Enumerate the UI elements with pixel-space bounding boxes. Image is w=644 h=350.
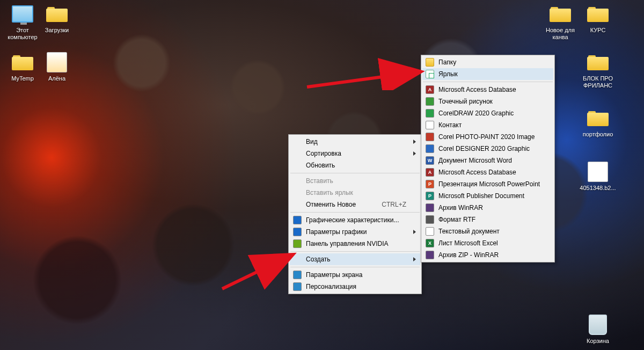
svg-line-1 xyxy=(222,256,291,289)
icon-label: БЛОК ПРО ФРИЛАНС xyxy=(579,75,617,89)
desktop-icon-downloads[interactable]: Загрузки xyxy=(38,3,76,34)
ctx-label: Сортировка xyxy=(306,150,341,157)
desktop-icon-this-pc[interactable]: Этот компьютер xyxy=(3,3,42,41)
sub-item-photopaint[interactable]: Corel PHOTO-PAINT 2020 Image xyxy=(422,131,553,143)
sub-item-access2[interactable]: AMicrosoft Access Database xyxy=(422,166,553,178)
powerpoint-icon: P xyxy=(426,180,434,188)
ctx-item-graphics-params[interactable]: Параметры графики xyxy=(290,226,420,238)
arrow-annotation-shortcut xyxy=(305,52,426,90)
separator xyxy=(290,212,420,213)
ctx-item-graphics-props[interactable]: Графические характеристики... xyxy=(290,214,420,226)
ctx-item-personalize[interactable]: Персонализация xyxy=(290,281,420,293)
sub-item-designer[interactable]: Corel DESIGNER 2020 Graphic xyxy=(422,143,553,155)
icon-label: портфолио xyxy=(579,131,617,138)
folder-icon xyxy=(12,54,33,70)
svg-line-0 xyxy=(307,72,419,87)
sub-item-word[interactable]: WДокумент Microsoft Word xyxy=(422,155,553,166)
chevron-right-icon xyxy=(413,151,416,156)
desktop-icon-kurs[interactable]: КУРС xyxy=(579,3,617,34)
ctx-label: Параметры экрана xyxy=(306,271,362,279)
sub-item-bitmap[interactable]: Точечный рисунок xyxy=(422,96,553,107)
desktop-icon-alena[interactable]: Алёна xyxy=(38,52,76,82)
ctx-label: Вставить ярлык xyxy=(306,189,353,196)
shortcut-icon xyxy=(426,70,434,78)
ctx-label: Презентация Microsoft PowerPoint xyxy=(438,180,540,188)
arrow-annotation-create xyxy=(219,251,298,292)
sub-item-zip[interactable]: Архив ZIP - WinRAR xyxy=(422,249,553,261)
text-icon xyxy=(426,227,434,236)
ctx-item-nvidia[interactable]: Панель управления NVIDIA xyxy=(290,238,420,250)
rar-icon xyxy=(426,203,434,212)
sub-item-powerpoint[interactable]: PПрезентация Microsoft PowerPoint xyxy=(422,178,553,190)
ctx-label: Графические характеристики... xyxy=(306,216,399,224)
desktop-icon-mytemp[interactable]: MyTemp xyxy=(3,52,42,82)
sub-item-txt[interactable]: Текстовый документ xyxy=(422,225,553,237)
icon-label: Алёна xyxy=(38,75,76,82)
sub-item-excel[interactable]: XЛист Microsoft Excel xyxy=(422,237,553,249)
ctx-item-paste-shortcut: Вставить ярлык xyxy=(290,187,420,199)
designer-icon xyxy=(426,144,434,153)
intel-icon xyxy=(293,228,302,236)
ctx-label: Microsoft Publisher Document xyxy=(438,192,524,200)
ctx-item-sort[interactable]: Сортировка xyxy=(290,148,420,159)
ctx-label: Документ Microsoft Word xyxy=(438,157,512,164)
icon-label: Этот компьютер xyxy=(3,27,42,41)
ctx-label: Параметры графики xyxy=(306,228,367,236)
desktop-icon-recycle-bin[interactable]: Корзина xyxy=(579,314,617,345)
file-icon xyxy=(588,162,608,182)
recycle-bin-icon xyxy=(589,315,607,335)
ctx-label: Персонализация xyxy=(306,283,356,290)
ctx-item-create[interactable]: Создать xyxy=(290,253,420,265)
access-icon: A xyxy=(426,168,434,177)
desktop-icon-new-for-canva[interactable]: Новое для канва xyxy=(541,3,580,41)
ctx-label: Панель управления NVIDIA xyxy=(306,240,389,247)
ctx-item-refresh[interactable]: Обновить xyxy=(290,159,420,171)
word-icon: W xyxy=(426,156,434,165)
chevron-right-icon xyxy=(413,257,416,261)
ctx-label: Папку xyxy=(438,59,456,66)
ctx-label: Вид xyxy=(306,138,318,145)
rtf-icon xyxy=(426,215,434,224)
icon-label: Новое для канва xyxy=(541,27,580,41)
ctx-item-display-settings[interactable]: Параметры экрана xyxy=(290,269,420,281)
nvidia-icon xyxy=(293,239,302,248)
create-submenu: Папку Ярлык AMicrosoft Access Database Т… xyxy=(421,55,555,262)
monitor-icon xyxy=(12,5,33,23)
ctx-label: Контакт xyxy=(438,121,462,129)
ctx-label: Архив WinRAR xyxy=(438,204,483,212)
desktop-icon-file[interactable]: 4051348.b2... xyxy=(579,161,617,192)
ctx-label: Вставить xyxy=(306,177,333,185)
sub-item-rar[interactable]: Архив WinRAR xyxy=(422,202,553,214)
ctx-label: Создать xyxy=(306,256,331,263)
sub-item-coreldraw[interactable]: CorelDRAW 2020 Graphic xyxy=(422,107,553,119)
sub-item-contact[interactable]: Контакт xyxy=(422,119,553,131)
sub-item-access[interactable]: AMicrosoft Access Database xyxy=(422,84,553,96)
bitmap-icon xyxy=(426,97,434,106)
ctx-label: Текстовый документ xyxy=(438,228,500,235)
icon-label: Корзина xyxy=(579,338,617,345)
ctx-label: Microsoft Access Database xyxy=(438,86,516,93)
ctx-item-undo[interactable]: Отменить НовоеCTRL+Z xyxy=(290,199,420,210)
ctx-item-paste: Вставить xyxy=(290,175,420,187)
photopaint-icon xyxy=(426,133,434,141)
ctx-label: Отменить Новое xyxy=(306,201,356,208)
intel-icon xyxy=(293,216,302,224)
desktop[interactable]: Этот компьютер Загрузки MyTemp Алёна Нов… xyxy=(0,0,644,350)
folder-icon xyxy=(550,6,571,22)
sub-item-rtf[interactable]: Формат RTF xyxy=(422,214,553,225)
chevron-right-icon xyxy=(413,230,416,234)
icon-label: 4051348.b2... xyxy=(579,185,617,192)
folder-icon xyxy=(426,58,434,67)
coreldraw-icon xyxy=(426,109,434,118)
ctx-item-view[interactable]: Вид xyxy=(290,136,420,148)
ctx-label: Лист Microsoft Excel xyxy=(438,239,498,247)
icon-label: КУРС xyxy=(579,27,617,34)
desktop-icon-portfolio[interactable]: портфолио xyxy=(579,107,617,138)
sub-item-publisher[interactable]: PMicrosoft Publisher Document xyxy=(422,190,553,202)
excel-icon: X xyxy=(426,239,434,247)
sub-item-shortcut[interactable]: Ярлык xyxy=(422,68,553,80)
desktop-icon-blok-freelance[interactable]: БЛОК ПРО ФРИЛАНС xyxy=(579,52,617,89)
sub-item-folder[interactable]: Папку xyxy=(422,56,553,68)
ctx-label: Corel PHOTO-PAINT 2020 Image xyxy=(438,133,535,141)
display-icon xyxy=(293,271,302,279)
